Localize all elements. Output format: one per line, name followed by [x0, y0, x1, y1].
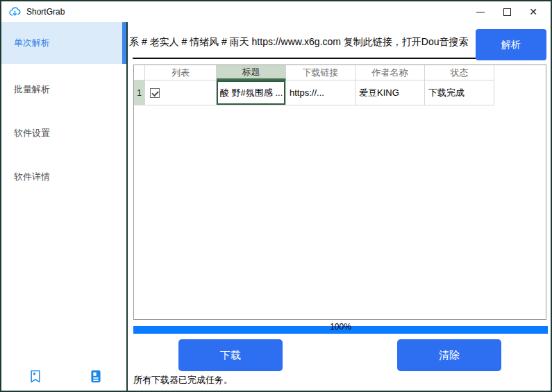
author-cell[interactable]: 爱豆KING	[356, 80, 425, 105]
status-cell[interactable]: 下载完成	[425, 80, 494, 105]
link-cell[interactable]: https://...	[286, 80, 356, 105]
table-row: 1 酸 野#氛围感 ... https://... 爱豆KING 下载完成	[134, 80, 546, 105]
table-corner-cell[interactable]	[134, 65, 145, 80]
sidebar-item-label: 软件设置	[14, 127, 50, 139]
sidebar-item-batch-parse[interactable]: 批量解析	[1, 69, 126, 110]
sidebar-item-label: 单次解析	[14, 37, 50, 49]
parse-button[interactable]: 解析	[476, 29, 546, 60]
sidebar-item-label: 批量解析	[14, 83, 50, 96]
sidebar-item-label: 软件详情	[14, 171, 50, 183]
bookmark-icon[interactable]	[29, 370, 42, 383]
close-button[interactable]: ✕	[520, 1, 546, 22]
minimize-icon	[476, 12, 485, 12]
minimize-button[interactable]	[467, 1, 494, 22]
table-row-filler	[494, 80, 546, 105]
results-table: 列表 标题 下载链接 作者名称 状态 1 酸 野#氛围感 ... https:/…	[133, 65, 546, 320]
cloud-download-icon	[8, 5, 22, 19]
column-header-list[interactable]: 列表	[145, 65, 217, 80]
sidebar-item-about[interactable]: 软件详情	[1, 156, 126, 198]
link-input[interactable]: 系 # 老实人 # 情绪风 # 雨天 https://www.x6g.com 复…	[129, 36, 471, 50]
row-header[interactable]: 1	[134, 80, 145, 105]
table-header-filler	[494, 65, 546, 80]
app-title: ShortGrab	[26, 7, 65, 17]
column-header-author[interactable]: 作者名称	[356, 65, 425, 80]
progress-percent-label: 100%	[128, 322, 552, 332]
title-cell[interactable]: 酸 野#氛围感 ...	[217, 80, 286, 105]
column-header-status[interactable]: 状态	[425, 65, 494, 80]
row-checkbox[interactable]	[150, 88, 160, 98]
window-controls: ✕	[467, 1, 546, 22]
maximize-icon	[503, 8, 511, 16]
column-header-title[interactable]: 标题	[217, 65, 286, 80]
document-icon[interactable]	[90, 370, 102, 383]
maximize-button[interactable]	[494, 1, 520, 22]
sidebar-item-settings[interactable]: 软件设置	[1, 112, 126, 154]
main-content: 系 # 老实人 # 情绪风 # 雨天 https://www.x6g.com 复…	[128, 22, 551, 391]
close-icon: ✕	[529, 7, 537, 17]
status-message: 所有下载器已完成任务。	[133, 374, 233, 386]
table-header-row: 列表 标题 下载链接 作者名称 状态	[134, 65, 546, 80]
link-input-underline	[133, 58, 476, 59]
sidebar: 单次解析 批量解析 软件设置 软件详情	[1, 22, 128, 391]
column-header-link[interactable]: 下载链接	[286, 65, 356, 80]
clear-button[interactable]: 清除	[397, 339, 501, 371]
download-button[interactable]: 下载	[178, 339, 283, 371]
row-checkbox-cell	[145, 80, 217, 105]
title-bar: ShortGrab ✕	[1, 1, 551, 22]
app-window: ShortGrab ✕ 单次解析 批量解析 软件设置 软件详情	[0, 0, 552, 392]
sidebar-item-single-parse[interactable]: 单次解析	[1, 22, 126, 64]
